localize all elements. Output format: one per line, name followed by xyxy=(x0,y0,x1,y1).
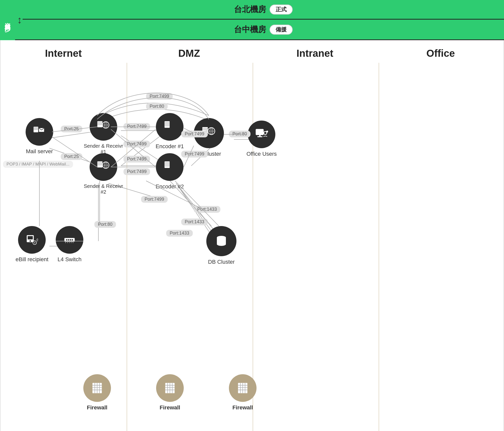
svg-point-83 xyxy=(264,132,267,134)
port-1433-2: Port:1433 xyxy=(181,219,208,225)
svg-point-31 xyxy=(68,239,69,241)
dc2-name: 台中機房 xyxy=(234,24,266,35)
svg-rect-80 xyxy=(259,135,261,136)
sender1-node: Sender & Receivr #1 xyxy=(83,113,123,155)
port-80-ui-office: Port:80 xyxy=(229,131,250,137)
dc1-name: 台北機房 xyxy=(234,4,266,15)
encoder1-label: Encoder #1 xyxy=(156,143,184,150)
port-80-l4: Port:80 xyxy=(94,221,116,228)
sync-label: 資料同步 xyxy=(0,0,15,40)
port-7499-e2ui: Port:7499 xyxy=(181,151,208,157)
port-1433-1: Port:1433 xyxy=(194,206,220,213)
mail-server-node: Mail server xyxy=(26,118,53,155)
svg-line-28 xyxy=(37,240,38,241)
port-7499-s1e1: Port:7499 xyxy=(123,123,150,130)
svg-rect-39 xyxy=(97,121,103,127)
svg-rect-81 xyxy=(258,136,263,137)
db-cluster-node: DB Cluster xyxy=(206,226,236,265)
encoder2-label: Encoder #2 xyxy=(156,183,184,190)
svg-point-77 xyxy=(217,242,226,246)
firewall1-label: Firewall xyxy=(87,404,107,411)
port-25-2: Port:25 xyxy=(61,153,82,160)
svg-point-33 xyxy=(72,239,73,241)
firewall3-node: Firewall xyxy=(229,374,257,411)
svg-point-32 xyxy=(70,239,71,241)
svg-rect-21 xyxy=(28,236,33,239)
mail-server-sublabel: POP3 / IMAP / MAPI / WebMail... xyxy=(3,161,73,168)
diagram-svg xyxy=(1,40,289,367)
port-7499-arc1: Port:7499 xyxy=(146,93,173,100)
mail-server-label: Mail server xyxy=(26,148,53,155)
db-cluster-label: DB Cluster xyxy=(208,259,235,265)
zone-office-header: Office xyxy=(426,48,455,59)
port-7499-s1e2: Port:7499 xyxy=(123,141,150,147)
firewall3-label: Firewall xyxy=(232,404,253,411)
zone-internet-header: Internet xyxy=(45,48,82,59)
mail-server-icon xyxy=(26,118,53,146)
ebill-label: eBill recipient xyxy=(16,256,48,263)
firewall1-node: Firewall xyxy=(83,374,111,411)
firewall2-node: Firewall xyxy=(156,374,184,411)
divider-3 xyxy=(379,63,379,431)
ebill-node: eBill recipient xyxy=(16,226,48,263)
sender2-node: Sender & Receivr #2 xyxy=(83,153,123,195)
main-diagram: Internet DMZ Intranet Office xyxy=(0,40,504,431)
divider-1 xyxy=(127,63,127,431)
office-users-node: Office Users xyxy=(246,121,277,157)
svg-point-22 xyxy=(30,240,31,242)
svg-point-84 xyxy=(266,131,268,132)
svg-rect-47 xyxy=(97,161,103,168)
dc1-badge: 正式 xyxy=(270,5,293,15)
sync-arrows-icon: ↕ xyxy=(17,15,22,25)
port-1433-3: Port:1433 xyxy=(166,230,193,237)
dc2-badge: 備援 xyxy=(270,25,293,35)
port-7499-s2e2: Port:7499 xyxy=(123,168,150,175)
l4switch-node: L4 Switch xyxy=(56,226,83,263)
zone-intranet-header: Intranet xyxy=(296,48,333,59)
sender2-label: Sender & Receivr #2 xyxy=(83,183,123,195)
port-7499-e1ui: Port:7499 xyxy=(181,131,208,137)
dc1-row: 台北機房 正式 xyxy=(23,0,504,20)
office-users-label: Office Users xyxy=(246,151,277,157)
l4switch-label: L4 Switch xyxy=(57,256,81,263)
port-7499-s2e1: Port:7499 xyxy=(123,156,150,163)
dc2-row: 台中機房 備援 xyxy=(23,20,504,39)
encoder1-node: Encoder #1 xyxy=(156,113,184,150)
port-80-arc1: Port:80 xyxy=(146,103,168,110)
svg-point-30 xyxy=(66,239,68,241)
encoder2-node: Encoder #2 xyxy=(156,153,184,190)
zone-dmz-header: DMZ xyxy=(178,48,200,59)
svg-rect-78 xyxy=(256,129,264,135)
port-25-1: Port:25 xyxy=(61,126,82,132)
firewall2-label: Firewall xyxy=(160,404,180,411)
svg-line-26 xyxy=(37,238,38,239)
svg-rect-29 xyxy=(64,238,75,242)
port-7499-s2db: Port:7499 xyxy=(141,196,168,203)
